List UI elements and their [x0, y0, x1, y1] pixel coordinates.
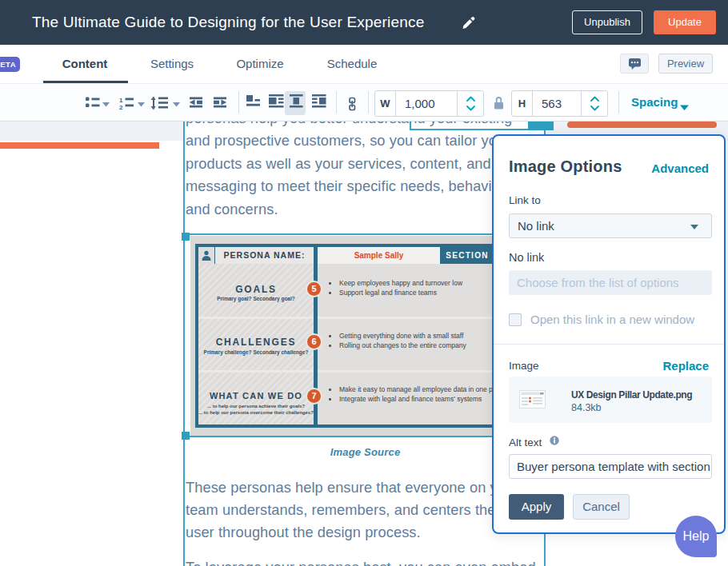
svg-text:1: 1: [119, 97, 123, 104]
svg-text:2: 2: [119, 104, 123, 111]
